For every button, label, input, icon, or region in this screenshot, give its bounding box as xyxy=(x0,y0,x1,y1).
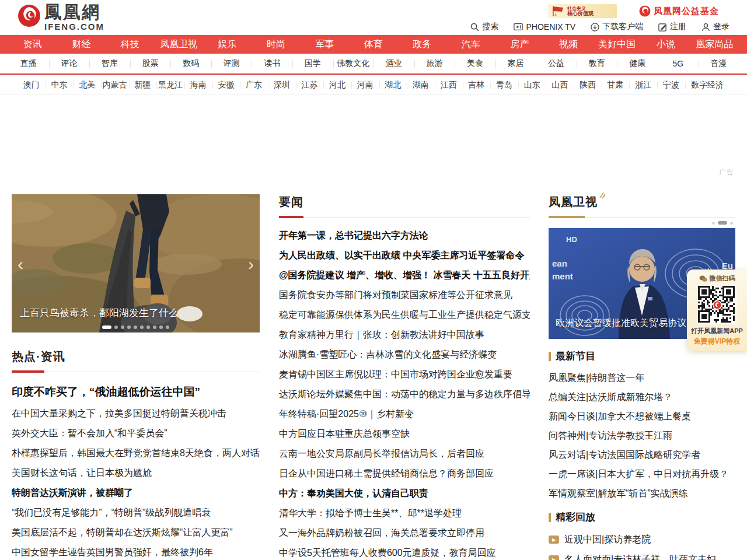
carousel-dot[interactable] xyxy=(146,326,150,329)
news-carousel[interactable]: ‹ › 上百只鸟被毒杀，鄱阳湖发生了什么 xyxy=(12,194,260,332)
sub-nav-item[interactable]: 直播 xyxy=(8,54,49,74)
headline-item[interactable]: 教育家精神万里行｜张玫：创新教法讲好中国故事 xyxy=(279,325,530,345)
region-nav-item[interactable]: 陕西 xyxy=(574,76,602,94)
login-button[interactable]: 登录 xyxy=(701,22,729,32)
headline-item[interactable]: 中学设5天托管班每人收费600元遭质疑，教育局回应 xyxy=(279,543,530,560)
region-nav-item[interactable]: 澳门 xyxy=(18,76,46,94)
program-item[interactable]: 问答神州|专访法学教授王江雨 xyxy=(549,426,735,446)
sub-nav-item[interactable]: 国学 xyxy=(292,54,333,74)
sub-nav-item[interactable]: 5G xyxy=(658,54,699,74)
main-nav-item[interactable]: 小说 xyxy=(641,35,690,54)
carousel-prev-button[interactable]: ‹ xyxy=(13,254,28,275)
region-nav-item[interactable]: 山东 xyxy=(518,76,546,94)
sub-nav-item[interactable]: 数码 xyxy=(170,54,211,74)
sub-nav-item[interactable]: 股票 xyxy=(130,54,171,74)
phoenix-tv-link[interactable]: PHOENIX TV xyxy=(514,22,575,32)
headline-item[interactable]: 冰湖腾鱼·雪塑匠心：吉林冰雪的文化盛宴与经济蝶变 xyxy=(279,345,530,365)
charity-fund-banner[interactable]: 凤凰网公益基金 xyxy=(639,5,719,17)
region-nav-item[interactable]: 海南 xyxy=(184,76,212,94)
program-item[interactable]: 总编关注|达沃斯成新雅尔塔？ xyxy=(549,388,735,407)
program-item[interactable]: 军情观察室|解放军“斩首”实战演练 xyxy=(549,484,735,503)
carousel-dot[interactable] xyxy=(134,326,137,329)
replay-item[interactable]: ▶名人面对面|专访林子祥、叶蒨文夫妇 xyxy=(549,550,735,560)
region-nav-item[interactable]: 河北 xyxy=(323,76,351,94)
sub-nav-item[interactable]: 音漫 xyxy=(699,54,739,74)
core-values-banner[interactable]: 社会主义 核心价值观 xyxy=(548,4,617,18)
main-nav-item[interactable]: 汽车 xyxy=(446,35,495,54)
region-nav-item[interactable]: 湖南 xyxy=(407,76,435,94)
carousel-dot[interactable] xyxy=(159,326,163,329)
region-nav-item[interactable]: 河南 xyxy=(351,76,379,94)
carousel-dot[interactable] xyxy=(102,326,111,329)
carousel-caption[interactable]: 上百只鸟被毒杀，鄱阳湖发生了什么 xyxy=(20,306,179,320)
region-nav-item[interactable]: 青岛 xyxy=(490,76,518,94)
carousel-dot[interactable] xyxy=(166,326,169,329)
pager-dot-active[interactable] xyxy=(718,221,727,225)
sub-nav-item[interactable]: 佛教文化 xyxy=(333,54,374,74)
headline-item[interactable]: 日企从中国进口稀土需提供经销商信息？商务部回应 xyxy=(279,464,530,484)
search-button[interactable]: 搜索 xyxy=(470,22,498,32)
headline-item[interactable]: @国务院提建议 增产、增收、增强！ 冰雪春天 十五五良好开局 xyxy=(279,265,530,285)
sub-nav-item[interactable]: 健康 xyxy=(617,54,658,74)
headline-item[interactable]: 在中国大量采购之下，拉美多国挺过特朗普关税冲击 xyxy=(12,404,260,424)
carousel-dot[interactable] xyxy=(153,326,156,329)
headline-item[interactable]: 英外交大臣：暂不会加入“和平委员会” xyxy=(12,424,260,443)
region-nav-item[interactable]: 数字经济 xyxy=(685,76,729,94)
headline-item[interactable]: 开年第一课，总书记提出六字方法论 xyxy=(279,226,530,246)
wechat-qr-card[interactable]: 微信扫码 打开凤凰新闻APP 免费得VIP特权 xyxy=(687,270,747,351)
region-nav-item[interactable]: 广东 xyxy=(240,76,268,94)
region-nav-item[interactable]: 新疆 xyxy=(129,76,157,94)
sub-nav-item[interactable]: 读书 xyxy=(252,54,292,74)
program-item[interactable]: 凤凰聚焦|特朗普这一年 xyxy=(549,369,735,388)
region-nav-item[interactable]: 湖北 xyxy=(379,76,407,94)
sub-nav-item[interactable]: 旅游 xyxy=(414,54,455,74)
sub-nav-item[interactable]: 评论 xyxy=(49,54,90,74)
sub-nav-item[interactable]: 家居 xyxy=(495,54,536,74)
main-nav-item[interactable]: 时尚 xyxy=(252,35,300,54)
program-item[interactable]: 新闻今日谈|加拿大不想被端上餐桌 xyxy=(549,407,735,426)
headline-item[interactable]: 国务院食安办等部门将对预制菜国家标准等公开征求意见 xyxy=(279,285,530,305)
carousel-dot[interactable] xyxy=(114,326,118,329)
sub-nav-item[interactable]: 酒业 xyxy=(374,54,414,74)
headline-item[interactable]: 达沃斯论坛外媒聚焦中国：动荡中的稳定力量与多边秩序倡导者 xyxy=(279,384,530,404)
ad-banner-slot[interactable]: 广告 xyxy=(0,94,747,182)
main-nav-item[interactable]: 财经 xyxy=(57,35,105,54)
main-nav-item[interactable]: 房产 xyxy=(495,35,544,54)
headline-item[interactable]: “我们已没有足够能力”，“特朗普”级战列舰遭唱衰 xyxy=(12,503,260,523)
main-nav-item[interactable]: 美好中国 xyxy=(593,35,641,54)
main-nav-item[interactable]: 资讯 xyxy=(8,35,57,54)
register-button[interactable]: 注册 xyxy=(658,22,686,32)
carousel-dot[interactable] xyxy=(121,326,124,329)
main-nav-item[interactable]: 科技 xyxy=(106,35,154,54)
region-nav-item[interactable]: 安徽 xyxy=(212,76,240,94)
carousel-dots[interactable] xyxy=(12,326,260,329)
region-nav-item[interactable]: 深圳 xyxy=(268,76,296,94)
carousel-dot[interactable] xyxy=(127,326,131,329)
sub-nav-item[interactable]: 教育 xyxy=(577,54,617,74)
pager-dot[interactable] xyxy=(712,222,715,225)
main-nav-item[interactable]: 凰家尚品 xyxy=(690,35,739,54)
region-nav-item[interactable]: 浙江 xyxy=(629,76,657,94)
sub-nav-item[interactable]: 评测 xyxy=(211,54,252,74)
video-pager[interactable] xyxy=(549,220,733,226)
region-nav-item[interactable]: 黑龙江 xyxy=(156,76,184,94)
headline-item[interactable]: 特朗普达沃斯演讲，被群嘲了 xyxy=(12,483,260,503)
region-nav-item[interactable]: 江苏 xyxy=(296,76,324,94)
headline-item[interactable]: 印度不咋买了，“俄油超低价运往中国” xyxy=(12,380,260,404)
headline-item[interactable]: 年终特稿·回望2025⑩｜乡村新变 xyxy=(279,404,530,424)
headline-item[interactable]: 稳定可靠能源保供体系为民生供暖与工业生产提供稳定气源支撑 xyxy=(279,305,530,325)
pager-dot[interactable] xyxy=(730,222,733,225)
sub-nav-item[interactable]: 智库 xyxy=(89,54,130,74)
main-nav-item[interactable]: 军事 xyxy=(301,35,349,54)
region-nav-item[interactable]: 山西 xyxy=(546,76,574,94)
headline-item[interactable]: 又一海外品牌奶粉被召回，海关总署要求立即停用 xyxy=(279,523,530,543)
headline-item[interactable]: 美国底层活不起，特朗普却在达沃斯炫耀“让富人更富” xyxy=(12,523,260,542)
headline-item[interactable]: 为人民出政绩、以实干出政绩 中央军委主席习近平签署命令 xyxy=(279,246,530,265)
region-nav-item[interactable]: 江西 xyxy=(435,76,463,94)
program-item[interactable]: 风云对话|专访法国国际战略研究学者 xyxy=(549,446,735,465)
headline-item[interactable]: 朴槿惠探望后，韩国最大在野党党首结束8天绝食，两人对话曝光 xyxy=(12,443,260,463)
headline-item[interactable]: 中方：奉劝美国大使，认清自己职责 xyxy=(279,484,530,503)
main-nav-item[interactable]: 政务 xyxy=(398,35,446,54)
region-nav-item[interactable]: 中东 xyxy=(46,76,74,94)
region-nav-item[interactable]: 宁波 xyxy=(657,76,685,94)
